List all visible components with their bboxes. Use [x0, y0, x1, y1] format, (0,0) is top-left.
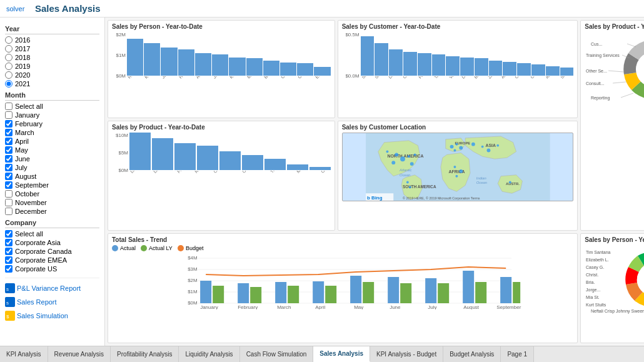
trend-legend: Actual Actual LY Budget	[112, 245, 573, 251]
total-sales-trend-title: Total Sales - Trend	[112, 236, 573, 243]
bar	[246, 58, 263, 76]
company-us[interactable]: Corporate US	[5, 265, 99, 273]
month-october[interactable]: October	[5, 190, 99, 198]
svg-text:Johnny Sweeney: Johnny Sweeney	[616, 309, 644, 314]
svg-text:April: April	[315, 304, 325, 309]
company-canada[interactable]: Corporate Canada	[5, 248, 99, 255]
svg-point-56	[508, 181, 511, 184]
legend-budget: Budget	[178, 245, 204, 251]
month-select-all[interactable]: Select all	[5, 103, 99, 110]
tab-cash-flow-simulation[interactable]: Cash Flow Simulation	[240, 346, 314, 362]
svg-text:ASIA: ASIA	[485, 143, 495, 148]
svg-point-53	[453, 166, 456, 168]
actual-legend-icon	[112, 245, 118, 251]
month-august[interactable]: August	[5, 173, 99, 180]
svg-rect-71	[238, 283, 249, 303]
month-january[interactable]: January	[5, 111, 99, 119]
bar	[263, 61, 279, 76]
tab-kpi-analysis[interactable]: KPI Analysis	[0, 346, 48, 362]
month-july[interactable]: July	[5, 164, 99, 171]
svg-text:$2M: $2M	[188, 278, 198, 283]
tab-sales-analysis[interactable]: Sales Analysis	[313, 346, 370, 362]
sbp-y1: $1M	[112, 53, 126, 58]
svg-text:Ocean: Ocean	[400, 173, 410, 177]
year-2017[interactable]: 2017	[5, 45, 99, 53]
pl-variance-link[interactable]: P&L Variance Report	[17, 284, 81, 292]
svg-text:March: March	[277, 304, 291, 309]
bar	[161, 48, 177, 76]
sales-by-product-bars	[129, 133, 331, 170]
tab-revenue-analysis[interactable]: Revenue Analysis	[48, 346, 111, 362]
sidebar: Year 2016 2017 2018 2019 2020 2021 Month…	[0, 18, 105, 346]
bar	[152, 138, 173, 170]
svg-rect-83	[363, 282, 374, 303]
svg-rect-82	[325, 286, 336, 303]
sbpr-y0: $0M	[112, 168, 128, 173]
month-november[interactable]: November	[5, 199, 99, 206]
svg-text:February: February	[238, 304, 258, 309]
company-select-all[interactable]: Select all	[5, 230, 99, 238]
sales-report-link[interactable]: Sales Report	[17, 298, 57, 306]
bar	[560, 68, 574, 76]
tab-kpi-analysis-budget[interactable]: KPI Analysis - Budget	[370, 346, 443, 362]
month-february[interactable]: February	[5, 120, 99, 128]
bar	[531, 64, 545, 76]
svg-text:Christ.: Christ.	[586, 273, 598, 277]
sales-by-location-title: Sales by Customer Location	[342, 124, 574, 131]
svg-text:b Bing: b Bing	[367, 195, 383, 201]
bar	[503, 62, 516, 76]
svg-text:Mia St.: Mia St.	[586, 295, 600, 299]
svg-line-21	[613, 82, 626, 83]
svg-rect-78	[500, 277, 511, 303]
svg-rect-79	[213, 286, 224, 303]
svg-text:Bria.: Bria.	[586, 280, 595, 284]
sales-simulation-link[interactable]: Sales Simulation	[17, 312, 68, 319]
app-container: solver Sales Analysis Year 2016 2017 201…	[0, 0, 644, 362]
year-2019[interactable]: 2019	[5, 63, 99, 70]
month-june[interactable]: June	[5, 155, 99, 163]
svg-text:Casey G.: Casey G.	[586, 265, 604, 270]
svg-rect-70	[200, 281, 211, 303]
legend-actual: Actual	[112, 245, 136, 251]
month-december[interactable]: December	[5, 208, 99, 215]
svg-point-38	[391, 161, 395, 164]
svg-rect-74	[350, 276, 361, 303]
world-map: NORTH AMERICA EUROPE ASIA Atlantic Ocean…	[342, 133, 574, 201]
bar	[178, 49, 194, 76]
solver-logo-icon: solver	[6, 4, 31, 14]
solver-badge-1: s P&L Variance Report	[5, 282, 99, 294]
tab-profitability-analysis[interactable]: Profitability Analysis	[111, 346, 179, 362]
sales-by-person-donut-panel: Sales by Person - Year-to-Date	[580, 233, 644, 343]
month-september[interactable]: September	[5, 181, 99, 189]
svg-point-42	[386, 150, 388, 153]
month-march[interactable]: March	[5, 129, 99, 136]
svg-point-41	[413, 153, 416, 156]
company-asia[interactable]: Corporate Asia	[5, 239, 99, 246]
sales-by-customer-title: Sales by Customer - Year-to-Date	[342, 23, 574, 30]
year-2018[interactable]: 2018	[5, 54, 99, 61]
month-may[interactable]: May	[5, 146, 99, 154]
year-2016[interactable]: 2016	[5, 36, 99, 44]
company-emea[interactable]: Corporate EMEA	[5, 256, 99, 264]
company-section-title: Company	[5, 219, 99, 228]
bar	[361, 36, 375, 76]
tab-page-1[interactable]: Page 1	[501, 346, 534, 362]
sales-by-customer-bars	[361, 32, 574, 76]
tab-liquidity-analysis[interactable]: Liquidity Analysis	[179, 346, 239, 362]
svg-text:$0M: $0M	[188, 300, 198, 306]
sbc-y0: $0.0M	[342, 73, 360, 79]
svg-text:SOUTH AMERICA: SOUTH AMERICA	[403, 184, 436, 189]
tab-budget-analysis[interactable]: Budget Analysis	[443, 346, 501, 362]
sales-by-product-panel: Sales by Product - Year-to-Date $10M $5M…	[108, 121, 335, 231]
bar	[144, 43, 160, 76]
bar	[287, 164, 308, 170]
svg-point-36	[395, 153, 398, 156]
bar	[174, 143, 196, 170]
month-april[interactable]: April	[5, 138, 99, 145]
year-2021[interactable]: 2021	[5, 80, 99, 88]
svg-text:September: September	[496, 304, 521, 309]
year-2020[interactable]: 2020	[5, 71, 99, 79]
legend-actual-ly: Actual LY	[141, 245, 173, 251]
sbpr-y1: $5M	[112, 150, 128, 156]
svg-text:Other Se...: Other Se...	[586, 69, 607, 73]
